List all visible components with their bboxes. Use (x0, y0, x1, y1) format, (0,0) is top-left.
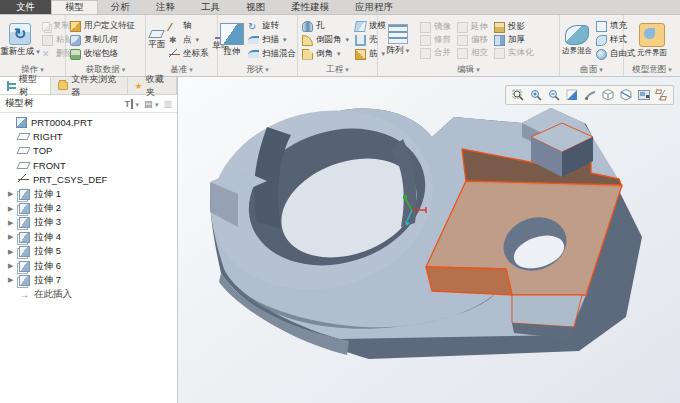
chamfer-button[interactable]: 倒角 (300, 48, 351, 61)
tab-flexible-modeling[interactable]: 柔性建模 (278, 0, 342, 14)
menu-tab-bar: 文件 模型 分析 注释 工具 视图 柔性建模 应用程序 (0, 0, 680, 15)
expand-arrow-icon[interactable]: ▶ (8, 262, 15, 270)
group-label-surfaces[interactable]: 曲面 (560, 63, 623, 76)
repaint-button[interactable] (564, 88, 579, 103)
tree-item-extrude-5[interactable]: ▶ 拉伸 5 (0, 245, 177, 259)
ribbon-group-get-data: 用户定义特征 复制几何 收缩包络 获取数据 (66, 15, 146, 76)
round-button[interactable]: 倒圆角 (300, 34, 351, 47)
tree-item-part[interactable]: PRT0004.PRT (0, 115, 177, 129)
expand-arrow-icon[interactable]: ▶ (8, 205, 15, 213)
zoom-in-button[interactable] (528, 88, 543, 103)
expand-arrow-icon[interactable]: ▶ (8, 190, 15, 198)
point-icon (169, 35, 180, 46)
sweep-button[interactable]: 扫描 (246, 34, 298, 47)
tab-analysis[interactable]: 分析 (98, 0, 143, 14)
plane-button[interactable]: 平面 (148, 18, 165, 62)
boundary-blend-button[interactable]: 边界混合 (562, 18, 592, 62)
spin-center-button[interactable] (582, 88, 597, 103)
solidify-button[interactable]: 实体化 (492, 47, 536, 60)
expand-arrow-icon[interactable]: ▶ (8, 233, 15, 241)
point-button[interactable]: 点 (167, 34, 211, 47)
extrude-button[interactable]: 拉伸 (220, 18, 244, 62)
section-view-button[interactable] (618, 88, 633, 103)
refit-button[interactable] (510, 88, 525, 103)
datum-plane-icon (16, 162, 30, 169)
solidify-icon (494, 48, 505, 59)
intersect-button[interactable]: 相交 (455, 47, 490, 60)
project-button[interactable]: 投影 (492, 21, 536, 34)
folder-icon (58, 82, 68, 90)
expand-arrow-icon[interactable]: ▶ (8, 248, 15, 256)
tree-item-extrude-1[interactable]: ▶ 拉伸 1 (0, 187, 177, 201)
csys-icon (18, 174, 29, 185)
tree-item-top-plane[interactable]: TOP (0, 144, 177, 158)
zoom-out-button[interactable] (546, 88, 561, 103)
tab-model[interactable]: 模型 (51, 0, 98, 14)
component-interface-button[interactable]: 元件界面 (627, 18, 677, 62)
expand-arrow-icon[interactable]: ▶ (8, 276, 15, 284)
extrude-icon (19, 232, 30, 243)
udf-icon (70, 21, 81, 32)
merge-button[interactable]: 合并 (418, 47, 453, 60)
tab-view[interactable]: 视图 (233, 0, 278, 14)
regenerate-button[interactable]: 重新生成 (2, 18, 38, 62)
tree-columns-button[interactable]: ▥ (163, 99, 172, 109)
tree-item-csys[interactable]: PRT_CSYS_DEF (0, 173, 177, 187)
trim-button[interactable]: 修剪 (418, 34, 453, 47)
hole-button[interactable]: 孔 (300, 20, 351, 33)
datum-display-filters-button[interactable] (654, 88, 669, 103)
group-label-shapes[interactable]: 形状 (218, 63, 297, 76)
offset-button[interactable]: 偏移 (455, 34, 490, 47)
thicken-button[interactable]: 加厚 (492, 34, 536, 47)
expand-arrow-icon[interactable]: ▶ (8, 219, 15, 227)
graphics-area[interactable] (178, 77, 680, 403)
tree-item-extrude-6[interactable]: ▶ 拉伸 6 (0, 259, 177, 273)
ribbon-group-engineering: 孔 倒圆角 倒角 拔模 壳 (298, 15, 378, 76)
tree-settings-button[interactable]: ▤ ▾ (144, 99, 159, 109)
tree-item-extrude-3[interactable]: ▶ 拉伸 3 (0, 216, 177, 230)
udf-button[interactable]: 用户定义特征 (68, 20, 137, 33)
group-label-engineering[interactable]: 工程 (298, 63, 377, 76)
ribbon-group-shapes: 拉伸 旋转 扫描 扫描混合 形状 (218, 15, 298, 76)
datum-plane-icon (16, 133, 30, 140)
tree-filters-button[interactable]: T ▾ (124, 99, 139, 109)
pattern-button[interactable]: 阵列 (380, 18, 416, 62)
selection-front-step-face (426, 267, 512, 295)
tree-item-extrude-2[interactable]: ▶ 拉伸 2 (0, 201, 177, 215)
shell-icon (355, 35, 366, 46)
display-style-button[interactable] (600, 88, 615, 103)
swept-blend-button[interactable]: 扫描混合 (246, 48, 298, 61)
tab-tools[interactable]: 工具 (188, 0, 233, 14)
group-label-model-intent[interactable]: 模型意图 (624, 63, 680, 76)
mirror-button[interactable]: 镜像 (418, 21, 453, 34)
shrinkwrap-button[interactable]: 收缩包络 (68, 48, 137, 61)
tree-item-extrude-7[interactable]: ▶ 拉伸 7 (0, 273, 177, 287)
csys-icon (169, 49, 180, 60)
extend-button[interactable]: 延伸 (455, 21, 490, 34)
chamfer-icon (302, 49, 313, 60)
axis-button[interactable]: 轴 (167, 20, 211, 33)
freestyle-icon (596, 49, 607, 60)
datum-plane-icon (148, 30, 165, 38)
revolve-button[interactable]: 旋转 (246, 20, 298, 33)
csys-button[interactable]: 坐标系 (167, 48, 211, 61)
copy-icon (42, 22, 50, 31)
tab-applications[interactable]: 应用程序 (342, 0, 406, 14)
ribbon: 重新生成 复制 粘贴 删除 操作 (0, 15, 680, 77)
panel-tab-favorites[interactable]: 收藏夹 (128, 77, 177, 94)
swept-blend-icon (248, 50, 259, 58)
copy-geometry-icon (70, 35, 81, 46)
tree-item-extrude-4[interactable]: ▶ 拉伸 4 (0, 230, 177, 244)
copy-geometry-button[interactable]: 复制几何 (68, 34, 137, 47)
tab-annotate[interactable]: 注释 (143, 0, 188, 14)
tree-item-insert-here[interactable]: 在此插入 (0, 288, 177, 302)
panel-tab-folder-browser[interactable]: 文件夹浏览器 (51, 77, 127, 94)
group-label-editing[interactable]: 编辑 (378, 63, 559, 76)
part-model[interactable] (178, 77, 680, 403)
view-manager-button[interactable] (636, 88, 651, 103)
tab-file[interactable]: 文件 (0, 0, 51, 14)
panel-tab-model-tree[interactable]: 模型树 (0, 77, 51, 94)
tree-item-front-plane[interactable]: FRONT (0, 158, 177, 172)
model-tree: PRT0004.PRT RIGHT TOP FRONT PRT_CSYS_DEF… (0, 113, 177, 403)
tree-item-right-plane[interactable]: RIGHT (0, 129, 177, 143)
